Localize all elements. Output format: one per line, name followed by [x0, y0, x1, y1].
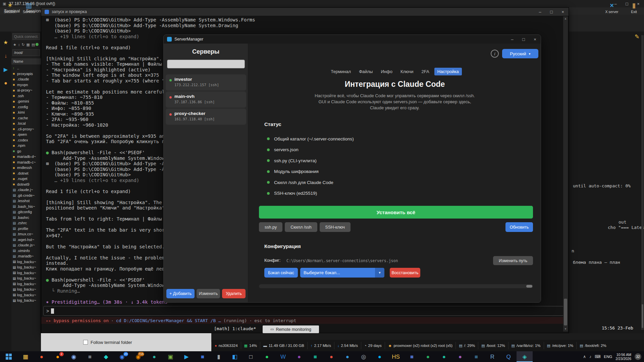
- taskbar-app-button[interactable]: ■: [307, 351, 323, 362]
- tray-expand-icon[interactable]: ∧: [583, 354, 586, 359]
- close-icon[interactable]: ×: [529, 37, 541, 42]
- file-tree-item[interactable]: ▤ .zshrc: [11, 220, 41, 226]
- taskbar-app-button[interactable]: ■: [82, 351, 98, 362]
- start-button[interactable]: [0, 351, 17, 362]
- horizontal-scrollbar[interactable]: [259, 284, 533, 288]
- info-icon[interactable]: i: [491, 50, 499, 58]
- file-list-header[interactable]: Name: [11, 58, 41, 65]
- taskbar-app-button[interactable]: ■: [468, 351, 484, 362]
- file-tree-item[interactable]: ▤ .bash_his~: [11, 204, 41, 209]
- file-tree-item[interactable]: ■ .cli-proxy~: [11, 126, 41, 132]
- quick-connect-input[interactable]: [12, 33, 40, 40]
- file-tree-item[interactable]: ■ .gemini: [11, 99, 41, 104]
- tab-item[interactable]: Ключи: [397, 68, 417, 75]
- taskbar-app-button[interactable]: ● 2: [50, 351, 66, 362]
- file-tree-item[interactable]: ▤ .lesshst: [11, 198, 41, 204]
- file-tree-item[interactable]: ▤ log_backu~: [11, 298, 41, 303]
- maximize-icon[interactable]: □: [518, 37, 529, 42]
- scroll-down-icon[interactable]: ▼: [563, 327, 568, 331]
- strip-icon[interactable]: ★: [0, 39, 11, 46]
- taskbar-app-button[interactable]: ▶: [178, 351, 195, 362]
- strip-icon[interactable]: ↓: [0, 53, 11, 59]
- close-icon[interactable]: ×: [557, 9, 569, 14]
- tab-item[interactable]: Терминал: [328, 68, 354, 75]
- file-tree-item[interactable]: ▤ log_backu~: [11, 264, 41, 270]
- file-tree-item[interactable]: ■ .config: [11, 104, 41, 110]
- taskbar-app-button[interactable]: ●: [372, 351, 388, 362]
- change-path-button[interactable]: Изменить путь: [493, 256, 533, 265]
- taskbar-app-button[interactable]: ▦: [17, 351, 34, 362]
- terminal-scrollbar[interactable]: ▲ ▼: [563, 16, 568, 331]
- install-all-button[interactable]: Установить всё: [259, 206, 533, 219]
- file-tree-item[interactable]: ▤ .gitconfig: [11, 209, 41, 215]
- file-tree-item[interactable]: ■ go: [11, 148, 41, 154]
- taskbar-app-button[interactable]: ●: [34, 351, 50, 362]
- file-tree-item[interactable]: ■ proxyapis: [11, 71, 41, 77]
- restore-button[interactable]: Восстановить: [390, 268, 420, 278]
- file-tree-item[interactable]: ▤ log_backu~: [11, 276, 41, 281]
- pencil-icon[interactable]: ✎: [635, 33, 639, 40]
- tab-item[interactable]: Инфо: [378, 68, 395, 75]
- delete-server-button[interactable]: Удалить: [222, 289, 246, 298]
- file-tree-item[interactable]: ■ .dotnet: [11, 171, 41, 176]
- taskbar-app-button[interactable]: ▣: [162, 351, 178, 362]
- taskbar-app-button[interactable]: ■: [404, 351, 420, 362]
- taskbar-app-button[interactable]: ●: [323, 351, 339, 362]
- taskbar-app-button[interactable]: ●: [452, 351, 468, 362]
- taskbar-app-button[interactable]: ●: [146, 351, 162, 362]
- servers-button[interactable]: ▥ Servers: [19, 1, 38, 16]
- server-list-item[interactable]: main-ovh 37.187.136.86 [ssh]: [166, 92, 246, 108]
- taskbar-app-button[interactable]: ●: [259, 351, 275, 362]
- input-language[interactable]: ENG: [604, 355, 612, 359]
- minimize-icon[interactable]: –: [534, 9, 546, 14]
- file-tree-item[interactable]: ▤ log_backu~: [11, 281, 41, 287]
- component-button[interactable]: SSH-ключ: [320, 222, 351, 232]
- server-list-item[interactable]: proxy-checker 161.97.118.40 [ssh]: [166, 109, 246, 125]
- file-tree-item[interactable]: ■ .ssh: [11, 93, 41, 99]
- scroll-up-icon[interactable]: ▲: [563, 16, 568, 21]
- taskbar-app-button[interactable]: ●: [339, 351, 356, 362]
- remote-monitoring-button[interactable]: ▭ Remote monitoring: [263, 325, 319, 333]
- backup-select-dropdown[interactable]: Выберите бэкап... ▾: [300, 268, 384, 278]
- file-tree-item[interactable]: ■ .codex: [11, 137, 41, 143]
- file-tree-item[interactable]: ■ .claude: [11, 76, 41, 82]
- taskbar-app-button[interactable]: ▮: [211, 351, 227, 362]
- taskbar-app-button[interactable]: ◉ 715: [130, 351, 146, 362]
- taskbar-app-button[interactable]: ◉: [66, 351, 82, 362]
- file-tree-item[interactable]: ▤ .mariadb~: [11, 253, 41, 259]
- add-server-button[interactable]: + Добавить: [166, 289, 195, 298]
- file-tree-item[interactable]: ▤ .claude.js~: [11, 242, 41, 248]
- session-button[interactable]: ✶ Session: [1, 1, 19, 16]
- scrollbar-thumb[interactable]: [564, 299, 567, 325]
- notifications-count-badge[interactable]: 32: [635, 353, 641, 360]
- minimize-icon[interactable]: –: [506, 37, 518, 42]
- file-tree-item[interactable]: ■ .qwen: [11, 132, 41, 137]
- clock[interactable]: 10:56 AM 2/23/2026: [615, 353, 631, 361]
- file-tree-item[interactable]: ▤ log_backu~: [11, 287, 41, 292]
- file-tree-item[interactable]: ■ mariadb-d~: [11, 154, 41, 160]
- taskbar-app-button[interactable]: R: [484, 351, 500, 362]
- file-tree-item[interactable]: ▤ .git-crede~: [11, 193, 41, 198]
- file-tree-item[interactable]: ▤ log_backu~: [11, 270, 41, 276]
- taskbar-app-button[interactable]: ◉ 20: [114, 351, 130, 362]
- tab-item[interactable]: 2FA: [419, 68, 432, 75]
- taskbar-app-button[interactable]: Q: [500, 351, 517, 362]
- taskbar-app-button[interactable]: HS: [388, 351, 404, 362]
- file-tree-item[interactable]: ■ .local: [11, 121, 41, 126]
- taskbar-app-button[interactable]: ■: [195, 351, 211, 362]
- file-tree-item[interactable]: ↑ ..: [11, 65, 41, 71]
- edit-server-button[interactable]: Изменить: [197, 289, 220, 298]
- component-button[interactable]: Скилл /ssh: [285, 222, 317, 232]
- file-tree-item[interactable]: ■ ai-proxy~: [11, 87, 41, 93]
- server-list-item[interactable]: investor 173.212.212.157 [ssh]: [166, 74, 246, 90]
- taskbar-app-button[interactable]: ●: [420, 351, 436, 362]
- taskbar-app-button[interactable]: W: [275, 351, 291, 362]
- taskbar-app-button[interactable]: ◆: [98, 351, 114, 362]
- sidebar-tool-icon[interactable]: ▤: [32, 43, 35, 47]
- volume-icon[interactable]: ♪: [589, 354, 591, 359]
- taskbar-app-button[interactable]: ◧: [227, 351, 243, 362]
- file-tree-item[interactable]: ▤ .tmux.co~: [11, 231, 41, 237]
- keyboard-icon[interactable]: ⌨: [595, 354, 600, 359]
- server-search-input[interactable]: [167, 60, 245, 68]
- sidebar-tool-icon[interactable]: ★: [13, 43, 16, 47]
